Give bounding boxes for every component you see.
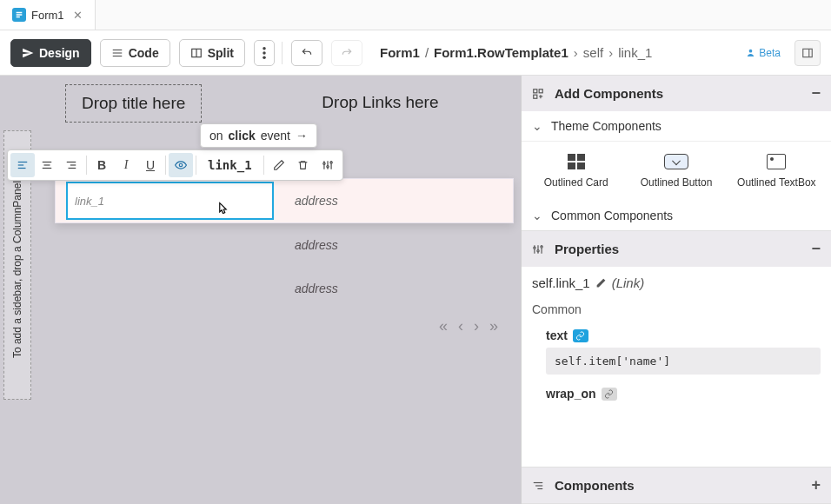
cell-address: address xyxy=(284,194,513,208)
link-placeholder: link_1 xyxy=(75,195,104,208)
svg-point-17 xyxy=(179,163,183,167)
components-title: Components xyxy=(555,478,635,493)
plus-icon[interactable]: + xyxy=(811,476,821,494)
selector-type: (Link) xyxy=(612,275,645,290)
minus-icon[interactable]: − xyxy=(811,84,821,103)
edit-name-button[interactable] xyxy=(595,277,607,288)
plane-icon xyxy=(22,47,34,59)
settings-button[interactable] xyxy=(316,153,340,177)
event-prefix: on xyxy=(209,129,223,143)
pager-last[interactable]: » xyxy=(489,317,498,335)
code-button[interactable]: Code xyxy=(100,39,170,67)
list-icon xyxy=(111,47,123,59)
svg-point-4 xyxy=(263,56,266,59)
components-section: Components + xyxy=(522,468,831,504)
pager-prev[interactable]: ‹ xyxy=(458,317,463,335)
align-left-button[interactable] xyxy=(10,153,35,177)
prop-text-value[interactable]: self.item['name'] xyxy=(546,348,821,375)
properties-header[interactable]: Properties − xyxy=(522,231,831,267)
svg-point-36 xyxy=(534,247,535,249)
format-toolbar: B I U link_1 xyxy=(7,149,343,181)
common-components-header[interactable]: ⌄ Common Components xyxy=(522,201,831,230)
design-canvas[interactable]: To add a sidebar, drop a ColumnPanel h D… xyxy=(0,76,521,504)
crumb-self: self xyxy=(583,45,603,60)
data-grid: link_1 address xyxy=(55,178,514,223)
plus-icon xyxy=(532,88,546,100)
add-components-section: Add Components − ⌄ Theme Components Outl… xyxy=(522,76,831,231)
beta-badge[interactable]: Beta xyxy=(746,47,781,59)
selected-element-name: link_1 xyxy=(199,158,261,172)
sliders-icon xyxy=(532,243,546,255)
title-dropzone[interactable]: Drop title here xyxy=(65,84,202,123)
sidebar-hint-text: To add a sidebar, drop a ColumnPanel h xyxy=(11,172,23,358)
underline-button[interactable]: U xyxy=(138,153,163,177)
svg-rect-29 xyxy=(568,154,575,161)
redo-button[interactable] xyxy=(331,40,362,66)
cursor-icon xyxy=(214,201,229,218)
prop-wrap-label: wrap_on xyxy=(546,387,596,401)
selector-text: self.link_1 xyxy=(532,275,590,290)
card-icon xyxy=(568,154,585,169)
split-button[interactable]: Split xyxy=(179,39,245,67)
svg-rect-32 xyxy=(577,162,585,169)
edit-button[interactable] xyxy=(267,153,291,177)
common-components-label: Common Components xyxy=(551,209,673,222)
tab-bar: Form1 ✕ xyxy=(0,0,831,30)
pager-first[interactable]: « xyxy=(439,317,448,335)
arrow-right-icon: → xyxy=(296,129,308,143)
design-button[interactable]: Design xyxy=(10,39,91,67)
italic-button[interactable]: I xyxy=(114,153,138,177)
table-row[interactable]: address xyxy=(55,223,514,267)
code-label: Code xyxy=(129,46,159,60)
crumb-root: Form1 xyxy=(380,45,420,60)
align-center-button[interactable] xyxy=(35,153,59,177)
crumb-sub: Form1.RowTemplate1 xyxy=(434,45,568,60)
component-label: Outlined Button xyxy=(641,176,713,189)
close-icon[interactable]: ✕ xyxy=(70,9,83,22)
component-grid: Outlined Card Outlined Button Outlined T… xyxy=(522,142,831,201)
chevron-down-icon: ⌄ xyxy=(532,209,542,222)
svg-rect-31 xyxy=(568,162,575,169)
components-header[interactable]: Components + xyxy=(522,468,831,503)
svg-point-5 xyxy=(749,50,753,53)
align-right-button[interactable] xyxy=(59,153,83,177)
design-label: Design xyxy=(39,46,80,60)
selected-link-component[interactable]: link_1 xyxy=(66,182,274,220)
breadcrumb[interactable]: Form1 / Form1.RowTemplate1 › self › link… xyxy=(380,45,737,60)
add-components-title: Add Components xyxy=(555,86,663,101)
event-keyword: click xyxy=(229,129,256,143)
delete-button[interactable] xyxy=(291,153,316,177)
event-popup[interactable]: on click event → xyxy=(200,123,317,148)
pager-next[interactable]: › xyxy=(474,317,479,335)
svg-rect-25 xyxy=(539,89,542,92)
svg-point-21 xyxy=(322,162,324,164)
more-button[interactable] xyxy=(254,40,275,66)
link-icon[interactable] xyxy=(602,388,617,401)
table-row[interactable]: address xyxy=(55,267,514,310)
table-row[interactable]: link_1 address xyxy=(56,179,513,222)
svg-point-38 xyxy=(541,245,542,247)
tab-title: Form1 xyxy=(31,9,64,22)
data-grid-rest: address address xyxy=(55,223,514,310)
undo-button[interactable] xyxy=(291,40,322,66)
minus-icon[interactable]: − xyxy=(811,240,821,258)
cell-link[interactable]: link_1 xyxy=(56,182,284,220)
bold-button[interactable]: B xyxy=(90,153,114,177)
prop-text-label: text xyxy=(546,328,568,342)
component-outlined-card[interactable]: Outlined Card xyxy=(530,154,622,189)
tab-form1[interactable]: Form1 ✕ xyxy=(0,0,96,30)
svg-rect-6 xyxy=(803,49,813,56)
add-components-header[interactable]: Add Components − xyxy=(522,76,831,111)
layout-toggle-button[interactable] xyxy=(794,40,821,66)
svg-point-22 xyxy=(326,166,328,168)
theme-components-header[interactable]: ⌄ Theme Components xyxy=(522,111,831,142)
tree-icon xyxy=(532,480,546,492)
links-dropzone[interactable]: Drop Links here xyxy=(306,84,454,123)
link-icon[interactable] xyxy=(573,329,588,342)
property-selector: self.link_1 (Link) xyxy=(532,275,821,290)
svg-point-23 xyxy=(329,162,331,163)
component-outlined-textbox[interactable]: Outlined TextBox xyxy=(731,154,822,189)
svg-rect-24 xyxy=(534,89,537,92)
component-outlined-button[interactable]: Outlined Button xyxy=(630,154,721,189)
visibility-button[interactable] xyxy=(169,153,193,177)
